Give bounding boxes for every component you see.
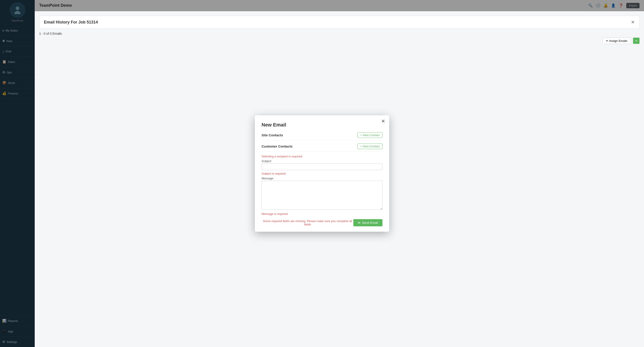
modal-footer: Some required fields are missing. Please… xyxy=(262,219,382,226)
subject-group: Subject xyxy=(262,160,382,170)
message-group: Message xyxy=(262,177,382,210)
subject-label: Subject xyxy=(262,160,382,163)
message-label: Message xyxy=(262,177,382,180)
recipient-error: Selecting a recipient is required xyxy=(262,155,382,158)
email-history-title: Email History For Job 51314 xyxy=(44,20,98,25)
site-contacts-label: Site Contacts xyxy=(262,133,283,137)
subject-input[interactable] xyxy=(262,164,382,170)
message-textarea[interactable] xyxy=(262,181,382,210)
missing-fields-error: Some required fields are missing. Please… xyxy=(262,220,353,226)
add-email-button[interactable]: + xyxy=(633,38,640,44)
customer-contacts-label: Customer Contacts xyxy=(262,144,292,148)
new-email-close-button[interactable]: ✕ xyxy=(381,118,385,124)
pencil-icon: ✏ xyxy=(606,39,608,42)
email-count: 1 - 0 of 0 Emails xyxy=(39,32,640,35)
new-email-modal: ✕ New Email Site Contacts + New Contact … xyxy=(255,115,389,232)
email-history-header: Email History For Job 51314 ✕ xyxy=(39,16,640,29)
envelope-icon: ✉ xyxy=(358,221,360,224)
assign-emails-button[interactable]: ✏ Assign Emails xyxy=(602,38,631,44)
send-email-label: Send Email xyxy=(362,221,378,224)
new-site-contact-button[interactable]: + New Contact xyxy=(358,132,382,138)
customer-contacts-row: Customer Contacts + New Contact xyxy=(262,144,382,149)
email-actions: ✏ Assign Emails + xyxy=(39,38,640,44)
site-contacts-section: Site Contacts + New Contact xyxy=(262,132,382,140)
customer-contacts-section: Customer Contacts + New Contact xyxy=(262,144,382,152)
site-contacts-row: Site Contacts + New Contact xyxy=(262,132,382,138)
email-history-close-button[interactable]: ✕ xyxy=(631,20,635,25)
send-email-button[interactable]: ✉ Send Email xyxy=(353,219,382,226)
new-email-title: New Email xyxy=(262,122,382,128)
new-customer-contact-button[interactable]: + New Contact xyxy=(358,144,382,149)
message-error: Message is required xyxy=(262,212,382,216)
assign-emails-label: Assign Emails xyxy=(609,39,628,42)
subject-error: Subject is required xyxy=(262,172,382,175)
